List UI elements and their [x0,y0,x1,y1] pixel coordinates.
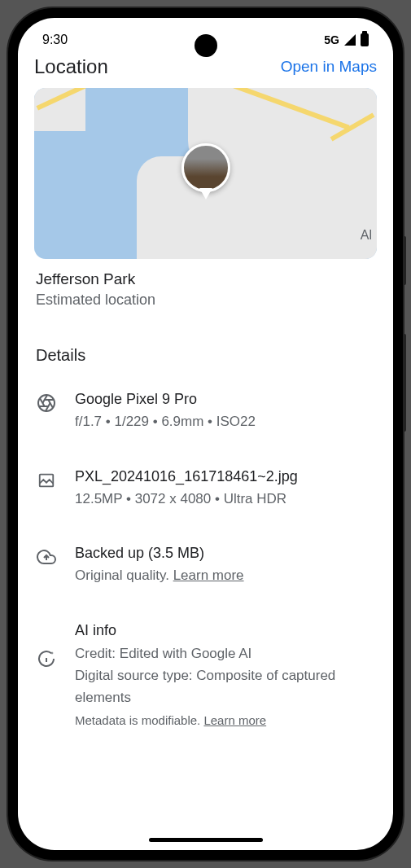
aperture-icon [36,392,57,414]
image-icon [36,470,57,491]
home-indicator[interactable] [149,838,263,842]
backup-title: Backed up (3.5 MB) [75,545,375,562]
screen: 9:30 5G Location Open in Maps Al Jeffers… [18,18,393,850]
location-info: Jefferson Park Estimated location [18,259,393,315]
ai-meta: Metadata is modifiable. Learn more [75,713,375,727]
network-label: 5G [324,33,339,46]
open-in-maps-link[interactable]: Open in Maps [281,58,377,76]
ai-credit: Credit: Edited with Google AI [75,642,375,664]
location-subtitle: Estimated location [36,292,375,309]
detail-row-ai[interactable]: AI info Credit: Edited with Google AI Di… [18,604,393,746]
status-time: 9:30 [42,33,68,47]
file-specs: 12.5MP • 3072 x 4080 • Ultra HDR [75,489,375,510]
side-button [403,236,406,285]
camera-notch [195,34,217,57]
ai-info-icon [36,648,57,669]
backup-learn-more-link[interactable]: Learn more [173,568,244,583]
location-name: Jefferson Park [36,270,375,288]
cloud-upload-icon [36,546,57,568]
details-section-title: Details [18,315,393,373]
page-title: Location [34,55,108,78]
map-pin-icon [181,143,230,192]
phone-frame: 9:30 5G Location Open in Maps Al Jeffers… [8,8,403,860]
ai-learn-more-link[interactable]: Learn more [203,713,266,727]
side-button [403,334,406,432]
device-name: Google Pixel 9 Pro [75,391,375,408]
battery-icon [361,33,369,46]
backup-quality: Original quality. Learn more [75,565,375,586]
file-name: PXL_20241016_161718461~2.jpg [75,468,375,485]
detail-row-file[interactable]: PXL_20241016_161718461~2.jpg 12.5MP • 30… [18,450,393,528]
ai-title: AI info [75,622,375,639]
signal-icon [344,34,356,46]
ai-source: Digital source type: Composite of captur… [75,664,375,708]
status-indicators: 5G [324,33,369,46]
device-specs: f/1.7 • 1/229 • 6.9mm • ISO22 [75,411,375,432]
map-preview[interactable]: Al [34,88,377,259]
detail-row-backup[interactable]: Backed up (3.5 MB) Original quality. Lea… [18,527,393,604]
detail-row-device[interactable]: Google Pixel 9 Pro f/1.7 • 1/229 • 6.9mm… [18,373,393,450]
map-area-label: Al [361,228,372,243]
